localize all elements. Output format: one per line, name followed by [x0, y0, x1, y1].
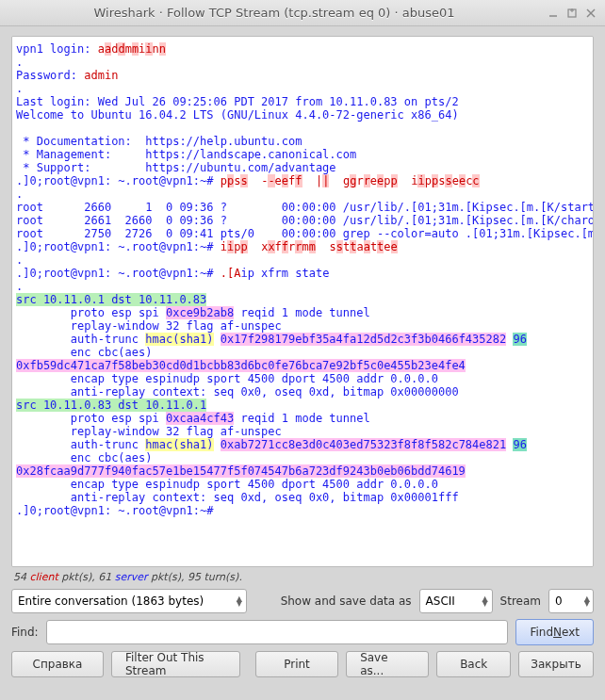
help-button[interactable]: Справка	[11, 651, 104, 677]
back-button[interactable]: Back	[436, 651, 511, 677]
minimize-icon[interactable]	[547, 7, 560, 20]
conversation-select[interactable]: Entire conversation (1863 bytes) ▲▼	[11, 589, 247, 613]
chevron-updown-icon: ▲▼	[584, 596, 590, 606]
showas-select[interactable]: ASCII ▲▼	[419, 589, 493, 613]
find-label: Find:	[11, 626, 39, 639]
save-as-button[interactable]: Save as...	[346, 651, 429, 677]
close-button[interactable]: Закрыть	[518, 651, 594, 677]
packet-stats: 54 client pkt(s), 61 server pkt(s), 95 t…	[11, 567, 594, 589]
print-button[interactable]: Print	[255, 651, 338, 677]
close-icon[interactable]	[584, 7, 597, 20]
chevron-updown-icon: ▲▼	[482, 596, 487, 606]
stream-label: Stream	[500, 594, 541, 608]
filter-out-button[interactable]: Filter Out This Stream	[111, 651, 240, 677]
stream-number-input[interactable]: 0 ▲▼	[548, 589, 594, 613]
chevron-updown-icon: ▲▼	[237, 596, 242, 606]
tcp-stream-text[interactable]: vpn1 login: aaddmmiinn . Password: admin…	[11, 36, 594, 567]
find-input[interactable]	[46, 620, 509, 644]
window-title: Wireshark · Follow TCP Stream (tcp.strea…	[8, 6, 541, 20]
maximize-icon[interactable]	[565, 7, 579, 20]
showas-label: Show and save data as	[281, 594, 412, 608]
titlebar: Wireshark · Follow TCP Stream (tcp.strea…	[0, 0, 605, 26]
find-next-button[interactable]: Find Next	[515, 619, 594, 645]
